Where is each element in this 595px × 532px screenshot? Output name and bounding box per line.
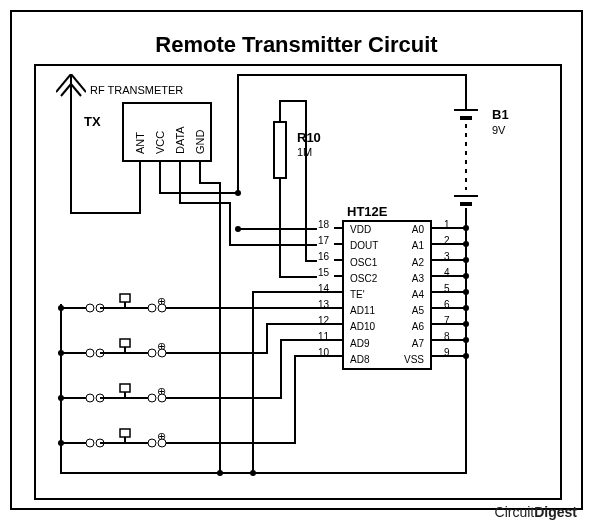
- pin-vdd: VDD: [350, 225, 371, 235]
- pin-tick: [334, 355, 342, 357]
- junction-node: [58, 350, 64, 356]
- pin-a6: A6: [412, 322, 424, 332]
- pin-a1: A1: [412, 241, 424, 251]
- wire: [280, 339, 334, 341]
- wire: [279, 100, 305, 102]
- pin-osc1: OSC1: [350, 258, 377, 268]
- pin-tick: [334, 275, 342, 277]
- diagram-title: Remote Transmitter Circuit: [155, 32, 437, 58]
- wire: [139, 162, 141, 212]
- wire: [70, 114, 72, 214]
- battery-value: 9V: [492, 124, 505, 136]
- battery-icon: [450, 102, 482, 222]
- pb-term: [148, 349, 157, 358]
- wire: [71, 212, 141, 214]
- svg-line-3: [71, 74, 86, 92]
- junction-node: [58, 305, 64, 311]
- pin-tick: [432, 323, 440, 325]
- wire: [252, 291, 254, 473]
- encoder-name: HT12E: [347, 204, 387, 219]
- pin-ad9: AD9: [350, 339, 369, 349]
- wire-vcc: [465, 74, 467, 104]
- pb-term: [148, 304, 157, 313]
- svg-rect-8: [274, 122, 286, 178]
- pin-num-18: 18: [318, 219, 329, 230]
- wire: [179, 162, 181, 202]
- wire-gnd: [199, 182, 219, 184]
- pushbutton-icon: [100, 292, 150, 312]
- pin-a2: A2: [412, 258, 424, 268]
- svg-rect-17: [120, 384, 130, 392]
- junction-node: [463, 289, 469, 295]
- wire-gnd-rail: [60, 472, 467, 474]
- junction-node: [463, 321, 469, 327]
- pin-num-15: 15: [318, 267, 329, 278]
- pushbutton-icon: [100, 337, 150, 357]
- pin-tick: [334, 243, 342, 245]
- svg-rect-20: [120, 429, 130, 437]
- pin-tick: [334, 291, 342, 293]
- pushbutton-icon: [100, 427, 150, 447]
- wire: [280, 339, 282, 399]
- pb-term: [148, 439, 157, 448]
- pin-te: TE': [350, 290, 365, 300]
- pb-term: [86, 304, 95, 313]
- wire: [279, 276, 317, 278]
- tx-pin-ant: ANT: [134, 132, 146, 154]
- pin-num-16: 16: [318, 251, 329, 262]
- pin-tick: [432, 291, 440, 293]
- pin-vss: VSS: [404, 355, 424, 365]
- pb-term: [86, 349, 95, 358]
- rf-label: RF TRANSMETER: [90, 84, 183, 96]
- pb-term: [86, 394, 95, 403]
- svg-rect-14: [120, 339, 130, 347]
- pin-a7: A7: [412, 339, 424, 349]
- svg-rect-11: [120, 294, 130, 302]
- wire-data: [229, 202, 231, 244]
- wire: [166, 397, 280, 399]
- wire: [166, 442, 294, 444]
- pin-tick: [334, 339, 342, 341]
- encoder-chip: VDD DOUT OSC1 OSC2 TE' AD11 AD10 AD9 AD8…: [342, 220, 432, 370]
- wire-data: [179, 202, 229, 204]
- wire: [199, 162, 201, 182]
- pin-osc2: OSC2: [350, 274, 377, 284]
- wire-gnd-bus: [465, 228, 467, 472]
- resistor-icon: [270, 112, 290, 188]
- wire: [305, 100, 307, 260]
- wire: [279, 188, 281, 276]
- wire: [279, 102, 281, 112]
- wire-gnd: [219, 182, 221, 472]
- junction-node: [463, 257, 469, 263]
- pin-tick: [334, 307, 342, 309]
- junction-node: [463, 241, 469, 247]
- diagram-frame: Remote Transmitter Circuit RF TRANSMETER…: [10, 10, 583, 510]
- wire: [159, 162, 161, 192]
- pin-tick: [432, 243, 440, 245]
- pin-ad8: AD8: [350, 355, 369, 365]
- svg-line-2: [56, 74, 71, 92]
- junction-node: [463, 305, 469, 311]
- pb-term: [86, 439, 95, 448]
- pin-ad10: AD10: [350, 322, 375, 332]
- junction-node: [235, 226, 241, 232]
- pushbutton-icon: [100, 382, 150, 402]
- wire: [294, 355, 296, 444]
- pin-a0: A0: [412, 225, 424, 235]
- watermark-a: Circuit: [495, 504, 535, 520]
- junction-node: [58, 440, 64, 446]
- svg-line-4: [61, 84, 71, 96]
- pin-tick: [432, 355, 440, 357]
- wire-vcc: [159, 192, 237, 194]
- pin-a4: A4: [412, 290, 424, 300]
- wire: [266, 323, 268, 354]
- wire: [237, 228, 317, 230]
- wire-vcc: [237, 74, 465, 76]
- wire: [252, 291, 334, 293]
- svg-line-5: [71, 84, 81, 96]
- pin-tick: [432, 259, 440, 261]
- resistor-name: R10: [297, 130, 321, 145]
- pin-tick: [432, 275, 440, 277]
- tx-pin-vcc: VCC: [154, 131, 166, 154]
- pin-tick: [432, 227, 440, 229]
